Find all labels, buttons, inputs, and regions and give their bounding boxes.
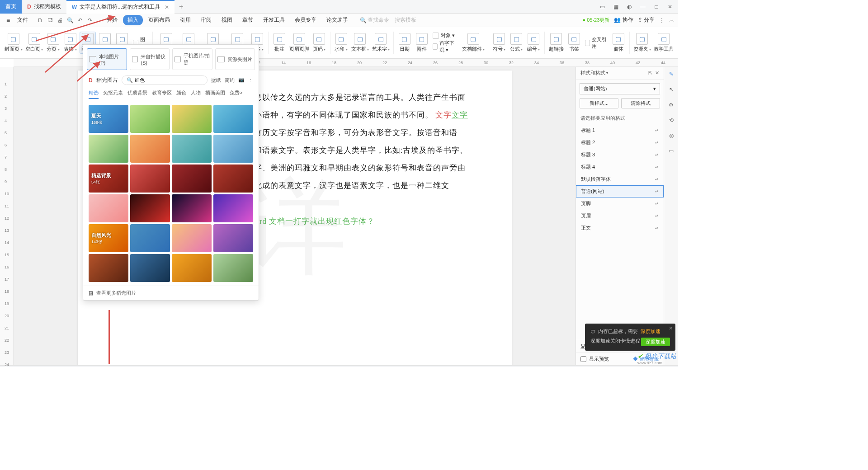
menu-审阅[interactable]: 审阅 [196, 15, 216, 25]
share-button[interactable]: ⇪ 分享 [638, 16, 655, 24]
ribbon-封面页[interactable]: ▢封面页 [4, 32, 24, 53]
grid-icon[interactable]: ▦ [609, 1, 622, 12]
image-thumb[interactable] [130, 194, 170, 222]
hamburger-icon[interactable]: ≡ [4, 17, 13, 24]
image-thumb[interactable] [172, 254, 212, 282]
image-cat-插画美图[interactable]: 插画美图 [205, 89, 225, 99]
ribbon-超链接[interactable]: ▢超链接 [547, 32, 565, 53]
settings-tool-icon[interactable]: ⚙ [667, 100, 676, 109]
image-thumb[interactable] [213, 254, 253, 282]
ribbon-文本框[interactable]: ▢文本框 [350, 32, 370, 53]
image-thumb[interactable]: 自然风光143张 [89, 224, 128, 252]
image-cat-人物[interactable]: 人物 [191, 89, 201, 99]
menu-插入[interactable]: 插入 [123, 15, 143, 25]
ribbon-表格[interactable]: ▢表格 [62, 32, 79, 53]
toast-accelerate-button[interactable]: 深度加速 [641, 338, 670, 346]
collab-button[interactable]: 👥 协作 [614, 16, 633, 24]
image-thumb[interactable] [172, 224, 212, 252]
print-icon[interactable]: 🖨 [56, 16, 64, 24]
image-thumb[interactable]: 夏天168张 [89, 105, 128, 133]
menu-开发工具[interactable]: 开发工具 [259, 15, 289, 25]
style-select[interactable]: 普通(网站)▾ [580, 83, 660, 94]
menu-章节[interactable]: 章节 [238, 15, 258, 25]
style-item[interactable]: 普通(网站)↵ [576, 185, 664, 197]
image-cat-教育专区[interactable]: 教育专区 [152, 89, 172, 99]
ribbon-公式[interactable]: ▢公式 [508, 32, 524, 53]
new-tab-button[interactable]: + [175, 3, 188, 11]
select-tool-icon[interactable]: ↖ [667, 85, 676, 94]
close-icon[interactable]: ✕ [165, 4, 169, 10]
avatar-icon[interactable]: ◐ [623, 1, 636, 12]
show-preview-checkbox[interactable] [580, 356, 586, 362]
style-item[interactable]: 标题 3↵ [576, 149, 664, 161]
save-icon[interactable]: 🖫 [46, 16, 54, 24]
close-panel-icon[interactable]: ✕ [655, 70, 659, 76]
image-thumb[interactable] [130, 164, 170, 193]
image-thumb[interactable] [89, 254, 128, 282]
menu-视图[interactable]: 视图 [217, 15, 237, 25]
tab-templates[interactable]: D 找稻壳模板 [22, 0, 66, 14]
image-thumb[interactable] [213, 135, 253, 163]
image-search[interactable]: 🔍 [122, 75, 208, 85]
ribbon-页眉页脚[interactable]: ▢页眉页脚 [288, 32, 310, 53]
style-item[interactable]: 默认段落字体↵ [576, 173, 664, 185]
image-thumb[interactable] [130, 135, 170, 163]
new-style-button[interactable]: 新样式... [580, 98, 618, 108]
image-thumb[interactable] [213, 164, 253, 193]
file-menu[interactable]: 文件 [14, 16, 32, 24]
image-thumb[interactable]: 精选背景54张 [89, 164, 128, 193]
toast-close-icon[interactable]: ✕ [669, 325, 673, 331]
style-item[interactable]: 标题 2↵ [576, 136, 664, 149]
search-template[interactable]: 搜索模板 [395, 16, 416, 24]
maximize-button[interactable]: □ [650, 1, 663, 12]
ribbon-符号[interactable]: ▢符号 [491, 32, 507, 53]
ribbon-艺术字[interactable]: ▢艺术字 [371, 32, 391, 53]
ribbon-窗体[interactable]: ▢窗体 [610, 32, 627, 53]
format-tool-icon[interactable]: ✎ [667, 70, 676, 79]
ribbon-页码[interactable]: ▢页码 [311, 32, 327, 53]
pin-icon[interactable]: ⇱ [648, 70, 652, 76]
ribbon-批注[interactable]: ▢批注 [271, 32, 288, 53]
close-window-button[interactable]: ✕ [664, 1, 676, 12]
ribbon-编号[interactable]: ▢编号 [525, 32, 542, 53]
image-cat-免费>[interactable]: 免费> [230, 89, 242, 99]
image-search-input[interactable] [135, 78, 203, 83]
image-thumb[interactable] [130, 254, 170, 282]
style-item[interactable]: 页眉↵ [576, 210, 664, 222]
camera-icon[interactable]: 📷 [238, 77, 245, 84]
update-info[interactable]: ● 05-23更新 [582, 17, 609, 24]
image-cat-优质背景[interactable]: 优质背景 [127, 89, 147, 99]
ribbon-文档部件[interactable]: ▢文档部件 [461, 32, 485, 53]
menu-引用[interactable]: 引用 [175, 15, 195, 25]
source-resource-folder[interactable]: 资源夹图片 [215, 48, 255, 70]
style-item[interactable]: 页脚↵ [576, 197, 664, 210]
wallpaper-link[interactable]: 壁纸 [211, 77, 221, 84]
preview-icon[interactable]: 🔍 [66, 16, 74, 24]
chevron-up-icon[interactable]: ︿ [669, 16, 675, 24]
view-more-link[interactable]: 查看更多稻壳图片 [96, 290, 136, 296]
ribbon-水印[interactable]: ▢水印 [333, 32, 349, 53]
more-icon[interactable]: ⋮ [248, 77, 253, 84]
search-command[interactable]: 查找命令 [368, 16, 389, 24]
more-menu-icon[interactable]: ⋮ [659, 17, 665, 24]
image-thumb[interactable] [213, 105, 253, 133]
location-tool-icon[interactable]: ◎ [667, 131, 676, 140]
clear-format-button[interactable]: 清除格式 [621, 98, 660, 108]
ribbon-dropcap[interactable]: 首字下沉 ▾ [433, 40, 459, 53]
ribbon-日期[interactable]: ▢日期 [396, 32, 413, 53]
ribbon-object[interactable]: 对象 ▾ [433, 32, 459, 39]
image-thumb[interactable] [89, 194, 128, 222]
ribbon-分页[interactable]: ▢分页 [45, 32, 61, 53]
image-cat-精选[interactable]: 精选 [89, 89, 99, 99]
ribbon-资源夹[interactable]: ▢资源夹 [632, 32, 652, 53]
tab-document[interactable]: W 文字是人类用符...远的方式和工具 ✕ [66, 0, 175, 14]
menu-论文助手[interactable]: 论文助手 [322, 15, 353, 25]
source-local-image[interactable]: 本地图片(P) [87, 48, 127, 70]
image-thumb[interactable] [172, 135, 212, 163]
image-cat-颜色[interactable]: 颜色 [176, 89, 186, 99]
image-thumb[interactable] [213, 194, 253, 222]
image-thumb[interactable] [89, 135, 128, 163]
image-thumb[interactable] [172, 105, 212, 133]
source-phone[interactable]: 手机图片/拍照 [172, 48, 212, 70]
open-icon[interactable]: 🗋 [36, 16, 44, 24]
